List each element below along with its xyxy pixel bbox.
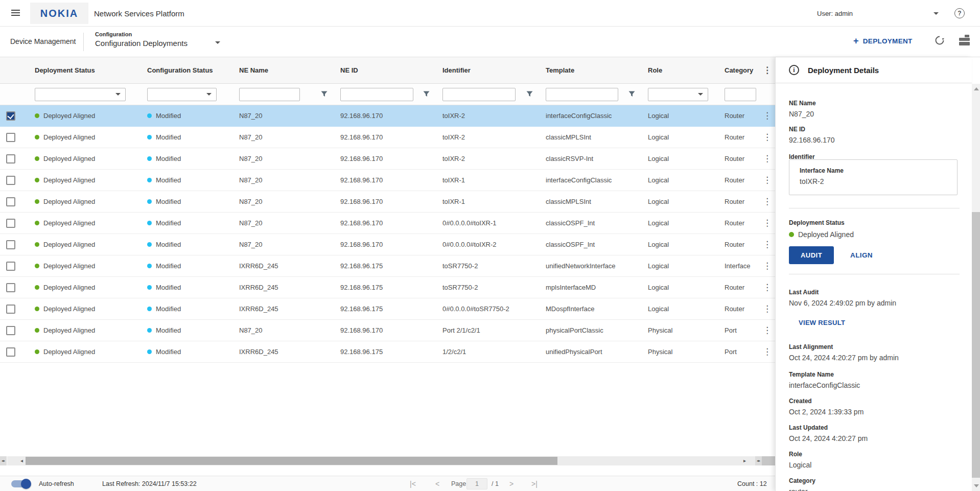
previous-page-icon[interactable]: <	[435, 476, 439, 491]
filter-template-input[interactable]	[546, 88, 618, 101]
row-checkbox[interactable]	[6, 347, 15, 357]
row-checkbox[interactable]	[6, 176, 15, 185]
vertical-scrollbar[interactable]	[972, 84, 980, 491]
row-checkbox[interactable]	[6, 262, 15, 271]
auto-refresh-toggle[interactable]	[11, 480, 30, 487]
row-menu-icon[interactable]: ⋮	[763, 154, 772, 163]
row-menu-icon[interactable]: ⋮	[763, 240, 772, 249]
role-label: Role	[789, 451, 811, 458]
view-selector[interactable]: Configuration Configuration Deployments	[95, 31, 188, 48]
row-checkbox[interactable]	[6, 283, 15, 292]
column-header-deployment-status[interactable]: Deployment Status	[29, 57, 141, 83]
scroll-right-arrow-icon[interactable]: ▸	[743, 456, 746, 465]
last-alignment-label: Last Alignment	[789, 343, 899, 351]
row-menu-icon[interactable]: ⋮	[763, 111, 772, 120]
view-selector-caret-icon[interactable]	[215, 41, 220, 44]
row-checkbox[interactable]	[6, 197, 15, 206]
interface-name-value: toIXR-2	[800, 177, 957, 186]
column-header-template[interactable]: Template	[540, 57, 642, 83]
table-row[interactable]: Deployed Aligned Modified N87_20 92.168.…	[0, 105, 775, 127]
table-row[interactable]: Deployed Aligned Modified N87_20 92.168.…	[0, 213, 775, 234]
row-menu-icon[interactable]: ⋮	[763, 305, 772, 313]
table-row[interactable]: Deployed Aligned Modified N87_20 92.168.…	[0, 148, 775, 170]
row-checkbox[interactable]	[6, 240, 15, 249]
add-deployment-button[interactable]: + DEPLOYMENT	[853, 36, 913, 46]
row-checkbox[interactable]	[6, 154, 15, 163]
filter-category-input[interactable]	[725, 88, 756, 101]
column-header-configuration-status[interactable]: Configuration Status	[141, 57, 233, 83]
row-menu-icon[interactable]: ⋮	[763, 133, 772, 142]
last-page-icon[interactable]: >|	[531, 476, 538, 491]
row-checkbox[interactable]	[6, 111, 15, 121]
configuration-status-dot	[147, 178, 152, 182]
align-button[interactable]: ALIGN	[850, 246, 873, 264]
deployment-status-dot	[35, 178, 39, 182]
scroll-split-left-icon[interactable]: ◂▸	[0, 456, 7, 465]
user-menu[interactable]: User: admin	[817, 10, 853, 17]
filter-ne-name-input[interactable]	[239, 88, 300, 101]
identifier-cell: 0#0.0.0.0#toSR7750-2	[442, 305, 509, 313]
vertical-scrollbar-thumb[interactable]	[972, 212, 980, 478]
row-checkbox[interactable]	[6, 133, 15, 142]
deployment-status-cell: Deployed Aligned	[43, 155, 95, 162]
filter-funnel-icon[interactable]	[526, 91, 533, 98]
scroll-left-arrow-icon[interactable]: ◂	[20, 456, 23, 465]
filter-configuration-status-select[interactable]	[147, 88, 217, 101]
column-header-identifier[interactable]: Identifier	[436, 57, 540, 83]
template-cell: MDospfInterface	[546, 305, 594, 313]
row-menu-icon[interactable]: ⋮	[763, 176, 772, 184]
scroll-down-arrow-icon[interactable]	[974, 484, 979, 487]
column-header-category[interactable]: Category	[718, 57, 759, 83]
deployment-status-cell: Deployed Aligned	[43, 219, 95, 227]
column-header-ne-name[interactable]: NE Name	[233, 57, 334, 83]
filter-funnel-icon[interactable]	[321, 91, 328, 98]
filter-funnel-icon[interactable]	[423, 91, 430, 98]
row-menu-icon[interactable]: ⋮	[763, 262, 772, 270]
table-row[interactable]: Deployed Aligned Modified N87_20 92.168.…	[0, 170, 775, 191]
row-checkbox[interactable]	[6, 326, 15, 335]
first-page-icon[interactable]: |<	[410, 476, 416, 491]
row-menu-icon[interactable]: ⋮	[763, 219, 772, 227]
page-number-input[interactable]	[466, 478, 487, 489]
category-cell: Interface	[725, 262, 751, 270]
next-page-icon[interactable]: >	[509, 476, 514, 491]
refresh-icon[interactable]	[934, 35, 945, 46]
scroll-up-arrow-icon[interactable]	[974, 87, 979, 90]
filter-funnel-icon[interactable]	[628, 91, 635, 98]
table-row[interactable]: Deployed Aligned Modified IXRR6D_245 92.…	[0, 255, 775, 277]
view-result-link[interactable]: VIEW RESULT	[799, 319, 845, 326]
row-menu-icon[interactable]: ⋮	[763, 283, 772, 292]
filter-role-select[interactable]	[648, 88, 708, 101]
audit-button[interactable]: AUDIT	[789, 246, 834, 264]
column-config-menu-icon[interactable]: ⋮	[763, 66, 772, 75]
table-row[interactable]: Deployed Aligned Modified N87_20 92.168.…	[0, 191, 775, 213]
table-row[interactable]: Deployed Aligned Modified N87_20 92.168.…	[0, 320, 775, 341]
filter-ne-id-input[interactable]	[340, 88, 413, 101]
table-row[interactable]: Deployed Aligned Modified N87_20 92.168.…	[0, 127, 775, 148]
row-menu-icon[interactable]: ⋮	[763, 197, 772, 206]
deployment-status-cell: Deployed Aligned	[43, 284, 95, 291]
filter-identifier-input[interactable]	[442, 88, 516, 101]
column-header-ne-id[interactable]: NE ID	[334, 57, 436, 83]
table-settings-icon[interactable]	[959, 35, 970, 45]
help-icon[interactable]: ?	[954, 8, 965, 18]
table-row[interactable]: Deployed Aligned Modified IXRR6D_245 92.…	[0, 277, 775, 298]
filter-deployment-status-select[interactable]	[35, 88, 126, 101]
toggle-knob[interactable]	[21, 479, 31, 489]
row-menu-icon[interactable]: ⋮	[763, 326, 772, 335]
scroll-split-right-icon[interactable]: ◂▸	[755, 456, 762, 465]
table-row[interactable]: Deployed Aligned Modified IXRR6D_245 92.…	[0, 341, 775, 363]
row-checkbox[interactable]	[6, 219, 15, 228]
horizontal-scrollbar-thumb[interactable]	[26, 457, 557, 465]
ne-id-cell: 92.168.96.170	[340, 155, 383, 162]
column-header-role[interactable]: Role	[642, 57, 718, 83]
row-checkbox[interactable]	[6, 305, 15, 314]
row-menu-icon[interactable]: ⋮	[763, 347, 772, 356]
hamburger-menu-icon[interactable]	[11, 10, 20, 16]
table-row[interactable]: Deployed Aligned Modified N87_20 92.168.…	[0, 234, 775, 255]
table-row[interactable]: Deployed Aligned Modified IXRR6D_245 92.…	[0, 298, 775, 320]
ne-name-cell: N87_20	[239, 176, 263, 184]
user-menu-caret-icon[interactable]	[934, 12, 939, 15]
category-cell: Router	[725, 284, 744, 291]
context-device-management[interactable]: Device Management	[10, 37, 76, 45]
